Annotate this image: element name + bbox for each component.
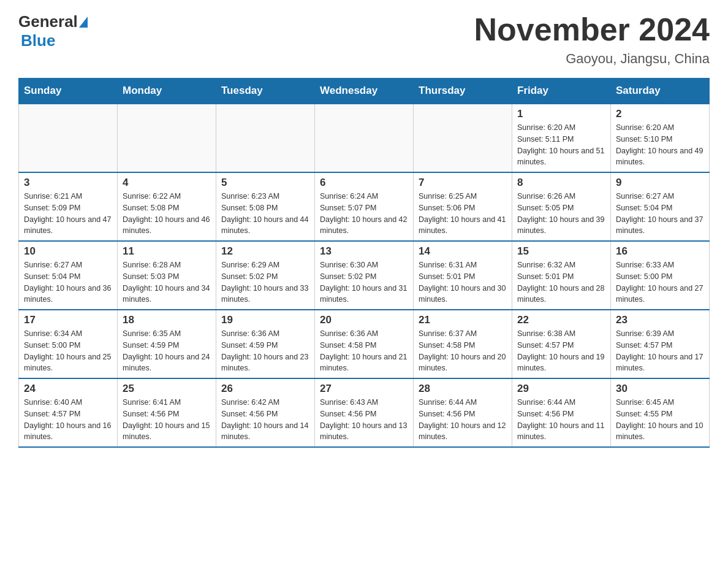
table-row: 13Sunrise: 6:30 AMSunset: 5:02 PMDayligh… (315, 241, 414, 310)
header-sunday: Sunday (19, 79, 118, 104)
header-monday: Monday (118, 79, 216, 104)
logo-blue-text: Blue (21, 31, 55, 50)
day-info: Sunrise: 6:21 AMSunset: 5:09 PMDaylight:… (24, 191, 112, 237)
calendar-table: Sunday Monday Tuesday Wednesday Thursday… (18, 78, 710, 448)
table-row: 9Sunrise: 6:27 AMSunset: 5:04 PMDaylight… (611, 172, 710, 241)
table-row: 10Sunrise: 6:27 AMSunset: 5:04 PMDayligh… (19, 241, 118, 310)
day-number: 30 (616, 383, 704, 395)
table-row: 1Sunrise: 6:20 AMSunset: 5:11 PMDaylight… (512, 104, 611, 172)
table-row: 22Sunrise: 6:38 AMSunset: 4:57 PMDayligh… (512, 310, 611, 378)
day-number: 11 (123, 245, 211, 258)
day-info: Sunrise: 6:36 AMSunset: 4:58 PMDaylight:… (320, 328, 408, 374)
day-info: Sunrise: 6:27 AMSunset: 5:04 PMDaylight:… (616, 191, 704, 237)
table-row (414, 104, 512, 172)
table-row: 26Sunrise: 6:42 AMSunset: 4:56 PMDayligh… (216, 378, 315, 447)
table-row: 3Sunrise: 6:21 AMSunset: 5:09 PMDaylight… (19, 172, 118, 241)
logo: General Blue (18, 12, 89, 50)
day-info: Sunrise: 6:42 AMSunset: 4:56 PMDaylight:… (221, 397, 309, 443)
day-info: Sunrise: 6:44 AMSunset: 4:56 PMDaylight:… (517, 397, 605, 443)
day-number: 4 (123, 177, 211, 189)
day-number: 16 (616, 245, 704, 258)
calendar-week-row: 10Sunrise: 6:27 AMSunset: 5:04 PMDayligh… (19, 241, 710, 310)
day-info: Sunrise: 6:32 AMSunset: 5:01 PMDaylight:… (517, 259, 605, 305)
day-number: 26 (221, 383, 309, 395)
day-number: 6 (320, 177, 408, 189)
day-number: 9 (616, 177, 704, 189)
day-info: Sunrise: 6:23 AMSunset: 5:08 PMDaylight:… (221, 191, 309, 237)
day-number: 21 (419, 314, 507, 326)
header-tuesday: Tuesday (216, 79, 315, 104)
day-info: Sunrise: 6:27 AMSunset: 5:04 PMDaylight:… (24, 259, 112, 305)
day-number: 18 (123, 314, 211, 326)
day-info: Sunrise: 6:33 AMSunset: 5:00 PMDaylight:… (616, 259, 704, 305)
title-area: November 2024 Gaoyou, Jiangsu, China (474, 12, 710, 67)
day-info: Sunrise: 6:25 AMSunset: 5:06 PMDaylight:… (419, 191, 507, 237)
day-number: 23 (616, 314, 704, 326)
day-number: 19 (221, 314, 309, 326)
day-number: 7 (419, 177, 507, 189)
table-row: 28Sunrise: 6:44 AMSunset: 4:56 PMDayligh… (414, 378, 512, 447)
day-info: Sunrise: 6:30 AMSunset: 5:02 PMDaylight:… (320, 259, 408, 305)
table-row (315, 104, 414, 172)
logo-triangle-icon (79, 17, 88, 28)
table-row: 4Sunrise: 6:22 AMSunset: 5:08 PMDaylight… (118, 172, 216, 241)
calendar-title: November 2024 (474, 12, 710, 47)
day-number: 10 (24, 245, 112, 258)
table-row (118, 104, 216, 172)
day-info: Sunrise: 6:36 AMSunset: 4:59 PMDaylight:… (221, 328, 309, 374)
day-number: 29 (517, 383, 605, 395)
logo-general-text: General (18, 12, 78, 31)
calendar-week-row: 17Sunrise: 6:34 AMSunset: 5:00 PMDayligh… (19, 310, 710, 378)
calendar-subtitle: Gaoyou, Jiangsu, China (474, 51, 710, 67)
day-info: Sunrise: 6:22 AMSunset: 5:08 PMDaylight:… (123, 191, 211, 237)
day-info: Sunrise: 6:37 AMSunset: 4:58 PMDaylight:… (419, 328, 507, 374)
day-number: 20 (320, 314, 408, 326)
table-row: 25Sunrise: 6:41 AMSunset: 4:56 PMDayligh… (118, 378, 216, 447)
table-row: 12Sunrise: 6:29 AMSunset: 5:02 PMDayligh… (216, 241, 315, 310)
calendar-week-row: 1Sunrise: 6:20 AMSunset: 5:11 PMDaylight… (19, 104, 710, 172)
day-info: Sunrise: 6:38 AMSunset: 4:57 PMDaylight:… (517, 328, 605, 374)
header-saturday: Saturday (611, 79, 710, 104)
table-row: 21Sunrise: 6:37 AMSunset: 4:58 PMDayligh… (414, 310, 512, 378)
day-info: Sunrise: 6:24 AMSunset: 5:07 PMDaylight:… (320, 191, 408, 237)
day-number: 8 (517, 177, 605, 189)
day-number: 13 (320, 245, 408, 258)
day-number: 3 (24, 177, 112, 189)
day-info: Sunrise: 6:31 AMSunset: 5:01 PMDaylight:… (419, 259, 507, 305)
day-number: 1 (517, 108, 605, 120)
page-header: General Blue November 2024 Gaoyou, Jiang… (18, 12, 710, 67)
day-info: Sunrise: 6:45 AMSunset: 4:55 PMDaylight:… (616, 397, 704, 443)
table-row: 6Sunrise: 6:24 AMSunset: 5:07 PMDaylight… (315, 172, 414, 241)
day-info: Sunrise: 6:44 AMSunset: 4:56 PMDaylight:… (419, 397, 507, 443)
header-friday: Friday (512, 79, 611, 104)
day-number: 27 (320, 383, 408, 395)
day-info: Sunrise: 6:20 AMSunset: 5:11 PMDaylight:… (517, 122, 605, 168)
table-row: 30Sunrise: 6:45 AMSunset: 4:55 PMDayligh… (611, 378, 710, 447)
day-info: Sunrise: 6:28 AMSunset: 5:03 PMDaylight:… (123, 259, 211, 305)
calendar-week-row: 3Sunrise: 6:21 AMSunset: 5:09 PMDaylight… (19, 172, 710, 241)
table-row: 8Sunrise: 6:26 AMSunset: 5:05 PMDaylight… (512, 172, 611, 241)
table-row: 20Sunrise: 6:36 AMSunset: 4:58 PMDayligh… (315, 310, 414, 378)
day-number: 25 (123, 383, 211, 395)
day-info: Sunrise: 6:43 AMSunset: 4:56 PMDaylight:… (320, 397, 408, 443)
table-row: 14Sunrise: 6:31 AMSunset: 5:01 PMDayligh… (414, 241, 512, 310)
table-row: 7Sunrise: 6:25 AMSunset: 5:06 PMDaylight… (414, 172, 512, 241)
table-row: 16Sunrise: 6:33 AMSunset: 5:00 PMDayligh… (611, 241, 710, 310)
day-number: 2 (616, 108, 704, 120)
table-row (216, 104, 315, 172)
logo-text: General (18, 12, 89, 31)
table-row (19, 104, 118, 172)
day-number: 17 (24, 314, 112, 326)
day-info: Sunrise: 6:29 AMSunset: 5:02 PMDaylight:… (221, 259, 309, 305)
table-row: 11Sunrise: 6:28 AMSunset: 5:03 PMDayligh… (118, 241, 216, 310)
day-number: 15 (517, 245, 605, 258)
header-wednesday: Wednesday (315, 79, 414, 104)
day-info: Sunrise: 6:26 AMSunset: 5:05 PMDaylight:… (517, 191, 605, 237)
day-info: Sunrise: 6:39 AMSunset: 4:57 PMDaylight:… (616, 328, 704, 374)
day-info: Sunrise: 6:41 AMSunset: 4:56 PMDaylight:… (123, 397, 211, 443)
day-number: 24 (24, 383, 112, 395)
table-row: 18Sunrise: 6:35 AMSunset: 4:59 PMDayligh… (118, 310, 216, 378)
table-row: 15Sunrise: 6:32 AMSunset: 5:01 PMDayligh… (512, 241, 611, 310)
table-row: 19Sunrise: 6:36 AMSunset: 4:59 PMDayligh… (216, 310, 315, 378)
day-number: 14 (419, 245, 507, 258)
